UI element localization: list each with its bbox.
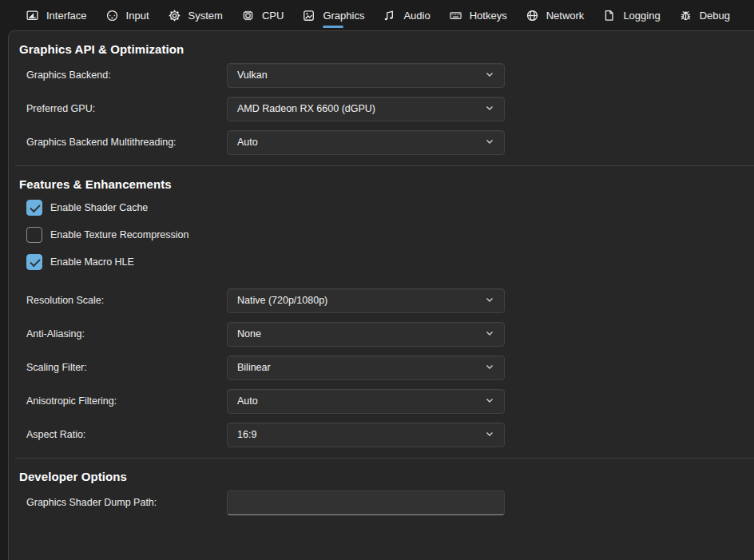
scaling-filter-dropdown[interactable]: Bilinear [227, 355, 505, 380]
section-heading-graphics-api: Graphics API & Optimization [19, 42, 754, 56]
anisotropic-filtering-dropdown[interactable]: Auto [227, 389, 505, 414]
setting-row-macro-hle: Enable Macro HLE [9, 248, 754, 276]
tab-label: Input [126, 10, 149, 22]
tab-label: Hotkeys [470, 10, 507, 22]
section-divider [15, 165, 754, 166]
chevron-down-icon [485, 103, 494, 115]
section-divider [15, 458, 754, 459]
setting-row-texture-recompression: Enable Texture Recompression [9, 221, 754, 248]
setting-row-aspect-ratio: Aspect Ratio: 16:9 [9, 418, 754, 451]
keyboard-icon [449, 9, 462, 22]
gear-icon [168, 9, 181, 22]
scaling-filter-value: Bilinear [237, 362, 485, 373]
setting-row-backend-multithreading: Graphics Backend Multithreading: Auto [9, 125, 754, 159]
setting-row-anti-aliasing: Anti-Aliasing: None [9, 317, 754, 351]
anti-aliasing-value: None [237, 328, 485, 340]
aspect-ratio-label: Aspect Ratio: [26, 429, 227, 440]
image-icon [302, 9, 315, 22]
macro-hle-label: Enable Macro HLE [50, 256, 134, 268]
shader-cache-checkbox[interactable] [26, 200, 42, 216]
preferred-gpu-label: Preferred GPU: [26, 103, 227, 114]
tab-audio[interactable]: Audio [381, 0, 431, 30]
tab-system[interactable]: System [166, 0, 224, 30]
preferred-gpu-value: AMD Radeon RX 6600 (dGPU) [237, 103, 485, 114]
resolution-scale-dropdown[interactable]: Native (720p/1080p) [227, 288, 505, 313]
backend-multithreading-value: Auto [237, 137, 485, 148]
chevron-down-icon [485, 395, 494, 407]
aspect-ratio-value: 16:9 [237, 429, 485, 440]
tab-debug[interactable]: Debug [677, 0, 732, 30]
settings-tab-bar: Interface Input System CPU Graphics Audi… [0, 0, 754, 30]
chevron-down-icon [485, 70, 494, 81]
graphics-backend-value: Vulkan [237, 70, 485, 81]
tab-label: System [188, 10, 223, 22]
chevron-down-icon [485, 295, 494, 307]
bug-icon [679, 9, 692, 22]
chevron-down-icon [485, 137, 494, 149]
setting-row-shader-dump-path: Graphics Shader Dump Path: [9, 486, 754, 519]
interface-icon [26, 9, 39, 22]
scaling-filter-label: Scaling Filter: [26, 362, 227, 373]
anisotropic-filtering-label: Anisotropic Filtering: [26, 395, 227, 407]
preferred-gpu-dropdown[interactable]: AMD Radeon RX 6600 (dGPU) [227, 97, 505, 121]
setting-row-anisotropic-filtering: Anisotropic Filtering: Auto [9, 384, 754, 418]
aspect-ratio-dropdown[interactable]: 16:9 [227, 423, 505, 447]
chevron-down-icon [485, 429, 494, 441]
tab-logging[interactable]: Logging [601, 0, 661, 30]
chevron-down-icon [485, 362, 494, 374]
section-heading-features: Features & Enhancements [19, 177, 754, 191]
backend-multithreading-dropdown[interactable]: Auto [227, 130, 505, 155]
macro-hle-checkbox[interactable] [26, 254, 42, 270]
tab-label: Audio [403, 10, 430, 22]
gamepad-icon [105, 9, 119, 22]
tab-label: Graphics [323, 10, 364, 22]
setting-row-scaling-filter: Scaling Filter: Bilinear [9, 351, 754, 384]
setting-row-shader-cache: Enable Shader Cache [9, 194, 754, 221]
graphics-settings-panel: Graphics API & Optimization Graphics Bac… [8, 30, 754, 560]
tab-cpu[interactable]: CPU [240, 0, 285, 30]
graphics-backend-label: Graphics Backend: [26, 70, 227, 81]
tab-graphics[interactable]: Graphics [300, 0, 366, 30]
section-heading-developer-options: Developer Options [19, 470, 754, 483]
anisotropic-filtering-value: Auto [237, 395, 485, 407]
cpu-icon [241, 9, 255, 22]
document-icon [602, 9, 616, 22]
tab-input[interactable]: Input [104, 0, 151, 30]
active-tab-underline [323, 26, 343, 28]
anti-aliasing-label: Anti-Aliasing: [26, 328, 227, 340]
tab-network[interactable]: Network [524, 0, 586, 30]
globe-icon [526, 9, 539, 22]
tab-label: Interface [46, 10, 87, 22]
tab-hotkeys[interactable]: Hotkeys [447, 0, 509, 30]
tab-label: Network [546, 10, 585, 22]
texture-recompression-checkbox[interactable] [26, 227, 42, 243]
resolution-scale-value: Native (720p/1080p) [237, 295, 485, 306]
shader-dump-path-label: Graphics Shader Dump Path: [26, 497, 227, 508]
anti-aliasing-dropdown[interactable]: None [227, 322, 505, 347]
resolution-scale-label: Resolution Scale: [26, 295, 227, 306]
shader-dump-path-input[interactable] [227, 490, 505, 515]
graphics-backend-dropdown[interactable]: Vulkan [227, 63, 505, 88]
backend-multithreading-label: Graphics Backend Multithreading: [26, 137, 227, 148]
setting-row-preferred-gpu: Preferred GPU: AMD Radeon RX 6600 (dGPU) [9, 92, 754, 125]
setting-row-resolution-scale: Resolution Scale: Native (720p/1080p) [9, 284, 754, 317]
shader-cache-label: Enable Shader Cache [50, 202, 148, 213]
music-note-icon [383, 9, 396, 22]
chevron-down-icon [485, 328, 494, 340]
texture-recompression-label: Enable Texture Recompression [50, 229, 188, 240]
tab-interface[interactable]: Interface [24, 0, 89, 30]
setting-row-graphics-backend: Graphics Backend: Vulkan [9, 58, 754, 92]
tab-label: Logging [623, 10, 660, 22]
tab-label: CPU [262, 10, 284, 22]
tab-label: Debug [700, 10, 730, 22]
